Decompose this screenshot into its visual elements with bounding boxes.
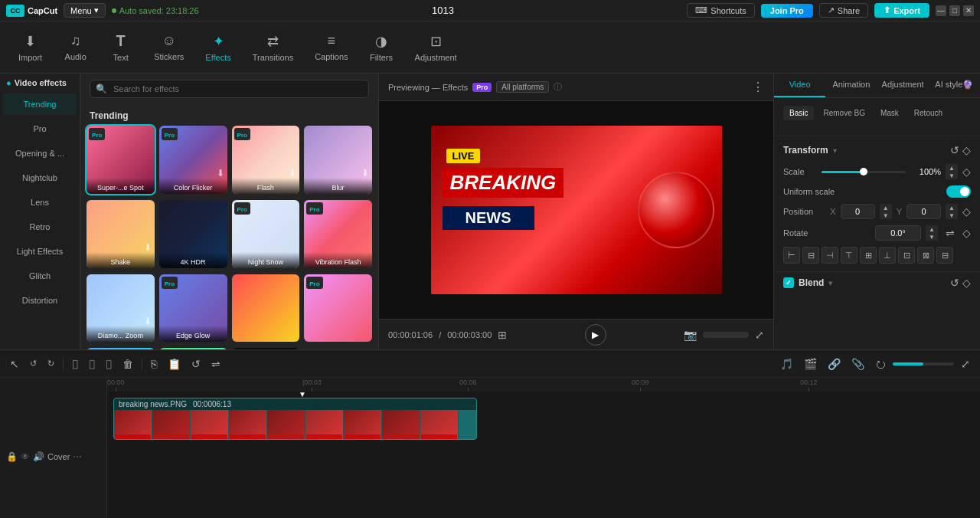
align-extra3-button[interactable]: ⊟ [936, 247, 953, 264]
flip-icon[interactable]: ⇌ [946, 227, 955, 239]
tab-ai-style[interactable]: AI style🔮 [929, 74, 980, 97]
basic-tab-removebg[interactable]: Remove BG [817, 106, 871, 120]
effect-r3[interactable]: Pro [87, 348, 155, 349]
basic-tab-retouch[interactable]: Retouch [908, 106, 949, 120]
select-tool-button[interactable]: ↖ [6, 355, 23, 373]
blend-reset-button[interactable]: ↺ [950, 277, 959, 289]
scale-up-button[interactable]: ▲ [946, 164, 958, 172]
play-button[interactable]: ▶ [585, 324, 606, 346]
tab-animation[interactable]: Animation [825, 74, 877, 97]
screenshot-button[interactable]: 📷 [684, 329, 697, 341]
effect-r5[interactable] [232, 348, 300, 349]
close-button[interactable]: ✕ [963, 5, 974, 16]
effect-nightsnow[interactable]: Pro Night Snow [232, 200, 300, 268]
rotate-down[interactable]: ▼ [926, 233, 938, 241]
position-y-input[interactable] [906, 204, 941, 219]
sidebar-item-lens[interactable]: Lens [3, 192, 77, 213]
align-center-h-button[interactable]: ⊟ [802, 247, 819, 264]
lock-icon[interactable]: 🔒 [6, 451, 18, 462]
pos-x-stepper[interactable]: ▲ ▼ [880, 204, 892, 219]
tool-import[interactable]: ⬇ Import [9, 28, 51, 67]
effect-4khdr[interactable]: 4K HDR [159, 200, 227, 268]
preview-menu-button[interactable]: ⋮ [752, 80, 764, 94]
effect-edgeglow[interactable]: Pro Edge Glow [159, 274, 227, 343]
effect-vibrationflash[interactable]: Pro Vibration Flash [304, 200, 372, 268]
search-input[interactable] [90, 80, 369, 98]
clip-button[interactable]: 📎 [848, 355, 868, 373]
sidebar-item-glitch[interactable]: Glitch [3, 265, 77, 287]
basic-tab-basic[interactable]: Basic [783, 106, 814, 120]
position-x-input[interactable] [841, 204, 875, 219]
align-bottom-button[interactable]: ⊥ [879, 247, 896, 264]
split-button[interactable]: ⌷ [68, 355, 82, 373]
effect-diamondzoom[interactable]: Diamo... Zoom ⬇ [87, 274, 155, 343]
align-left-button[interactable]: ⊢ [783, 247, 800, 264]
video-track-btn2[interactable]: 🎬 [800, 355, 821, 373]
rotate-up[interactable]: ▲ [926, 225, 938, 233]
info-icon[interactable]: ⓘ [554, 81, 562, 93]
trim-right-button[interactable]: ⌷ [102, 355, 116, 373]
rotate-clip-button[interactable]: ↺ [188, 355, 204, 373]
tool-captions[interactable]: ≡ Captions [305, 28, 357, 66]
align-extra1-button[interactable]: ⊡ [898, 247, 915, 264]
share-button[interactable]: ↗ Share [819, 3, 868, 18]
sidebar-item-pro[interactable]: Pro [3, 118, 77, 139]
tool-transitions[interactable]: ⇄ Transitions [243, 28, 302, 67]
align-center-v-button[interactable]: ⊞ [860, 247, 877, 264]
video-track[interactable]: breaking news.PNG 00:0006:13 [113, 398, 477, 440]
copy-button[interactable]: ⎘ [147, 355, 161, 373]
minimize-button[interactable]: — [936, 5, 946, 16]
sidebar-item-lighteffects[interactable]: Light Effects [3, 241, 77, 262]
blend-diamond-button[interactable]: ◇ [962, 277, 971, 289]
loop-button[interactable]: ⭮ [871, 355, 890, 373]
trim-button[interactable]: ⌷ [85, 355, 99, 373]
track-more-icon[interactable]: ⋯ [73, 451, 82, 462]
effect-r1[interactable] [232, 274, 300, 343]
audio-track-button[interactable]: 🎵 [776, 355, 797, 373]
pos-x-down[interactable]: ▼ [880, 211, 892, 219]
scale-slider[interactable] [822, 171, 906, 173]
scale-down-button[interactable]: ▼ [946, 172, 958, 179]
link-button[interactable]: 🔗 [824, 355, 844, 373]
rotate-stepper[interactable]: ▲ ▼ [926, 225, 938, 241]
undo-button[interactable]: ↺ [26, 356, 41, 372]
align-right-button[interactable]: ⊣ [822, 247, 838, 264]
fullscreen-button[interactable]: ⤢ [755, 329, 764, 341]
zoom-slider[interactable] [893, 362, 954, 366]
rotate-input[interactable] [875, 225, 921, 241]
eye-icon[interactable]: 👁 [21, 451, 30, 462]
transform-reset-button[interactable]: ↺ [950, 144, 959, 156]
effect-r4[interactable] [159, 348, 227, 349]
volume-slider[interactable] [703, 332, 749, 338]
delete-button[interactable]: 🗑 [119, 355, 137, 373]
effect-shake[interactable]: Shake ⬇ [87, 200, 155, 268]
effect-flash[interactable]: Pro Flash ⬇ [232, 126, 300, 194]
align-top-button[interactable]: ⊤ [841, 247, 858, 264]
grid-view-button[interactable]: ⊞ [498, 329, 507, 341]
pos-y-stepper[interactable]: ▲ ▼ [946, 204, 958, 219]
pos-y-down[interactable]: ▼ [946, 211, 958, 219]
sidebar-item-retro[interactable]: Retro [3, 216, 77, 238]
align-extra2-button[interactable]: ⊠ [917, 247, 934, 264]
scale-slider-thumb[interactable] [860, 168, 867, 175]
sidebar-item-trending[interactable]: Trending [3, 93, 77, 115]
tool-filters[interactable]: ◑ Filters [361, 28, 403, 67]
effect-superspot[interactable]: Pro Super-...e Spot [87, 126, 155, 194]
pos-y-up[interactable]: ▲ [946, 204, 958, 211]
transform-diamond-button[interactable]: ◇ [962, 144, 971, 156]
tool-audio[interactable]: ♫ Audio [54, 28, 96, 66]
rotate-diamond-button[interactable]: ◇ [962, 227, 971, 239]
fit-button[interactable]: ⤢ [957, 355, 974, 373]
tool-stickers[interactable]: ☺ Stickers [145, 28, 193, 66]
tool-text[interactable]: T Text [100, 28, 142, 67]
tool-adjustment[interactable]: ⊡ Adjustment [406, 28, 466, 67]
blend-checkbox[interactable]: ✓ [783, 277, 794, 288]
effect-colorflicker[interactable]: Pro Color Flicker ⬇ [159, 126, 227, 194]
redo-button[interactable]: ↻ [44, 356, 58, 372]
maximize-button[interactable]: □ [949, 5, 960, 16]
shortcuts-button[interactable]: ⌨ Shortcuts [687, 3, 754, 18]
sidebar-item-distortion[interactable]: Distortion [3, 290, 77, 311]
basic-tab-mask[interactable]: Mask [874, 106, 905, 120]
position-diamond-button[interactable]: ◇ [962, 205, 971, 218]
scale-diamond-button[interactable]: ◇ [962, 166, 971, 178]
